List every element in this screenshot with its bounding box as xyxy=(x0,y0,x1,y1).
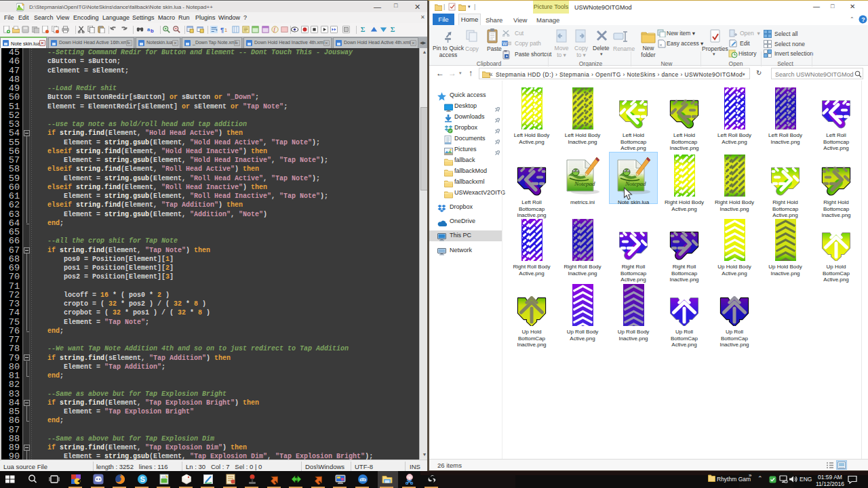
svg-text:W: W xyxy=(502,41,507,46)
svg-text:Σ: Σ xyxy=(391,26,395,33)
svg-text:¶: ¶ xyxy=(220,26,224,33)
svg-text:b: b xyxy=(151,28,154,33)
svg-text:Notepad: Notepad xyxy=(574,180,595,187)
svg-text:Notepad: Notepad xyxy=(625,180,646,187)
svg-text:?: ? xyxy=(861,16,865,23)
svg-text:S: S xyxy=(140,475,145,483)
svg-text:db: db xyxy=(359,476,366,483)
svg-text:Σ: Σ xyxy=(361,26,366,33)
svg-text:1: 1 xyxy=(224,27,227,33)
